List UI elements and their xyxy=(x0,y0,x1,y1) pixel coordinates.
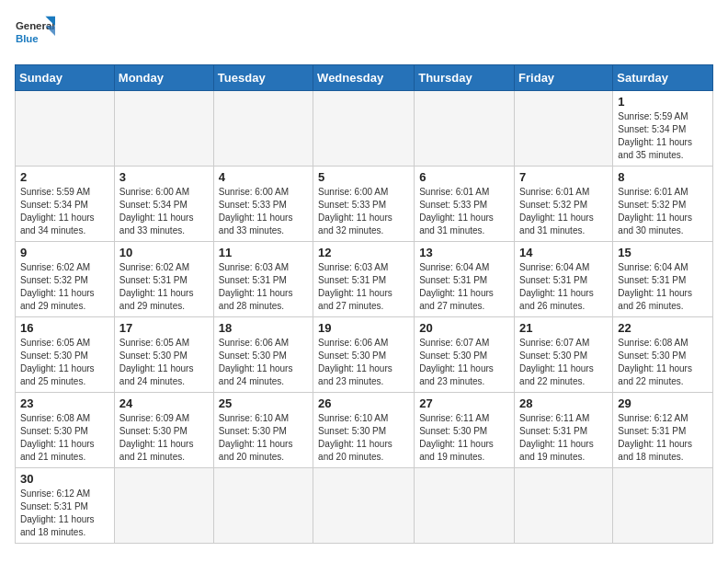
day-info: Sunrise: 6:03 AM Sunset: 5:31 PM Dayligh… xyxy=(318,261,409,313)
calendar-cell: 1Sunrise: 5:59 AM Sunset: 5:34 PM Daylig… xyxy=(613,91,713,167)
calendar-cell: 29Sunrise: 6:12 AM Sunset: 5:31 PM Dayli… xyxy=(613,393,713,468)
day-number: 1 xyxy=(618,95,708,109)
calendar-cell: 3Sunrise: 6:00 AM Sunset: 5:34 PM Daylig… xyxy=(114,167,213,242)
calendar-cell: 6Sunrise: 6:01 AM Sunset: 5:33 PM Daylig… xyxy=(415,167,515,242)
calendar-cell xyxy=(415,91,515,167)
calendar-cell: 20Sunrise: 6:07 AM Sunset: 5:30 PM Dayli… xyxy=(415,317,515,393)
calendar-cell: 26Sunrise: 6:10 AM Sunset: 5:30 PM Dayli… xyxy=(313,393,415,468)
day-number: 7 xyxy=(519,170,608,184)
header-thursday: Thursday xyxy=(415,65,515,91)
logo-svg: General Blue xyxy=(15,15,55,55)
day-info: Sunrise: 6:02 AM Sunset: 5:31 PM Dayligh… xyxy=(119,261,209,313)
day-info: Sunrise: 6:11 AM Sunset: 5:31 PM Dayligh… xyxy=(519,412,608,464)
day-number: 2 xyxy=(20,170,109,184)
day-info: Sunrise: 6:00 AM Sunset: 5:33 PM Dayligh… xyxy=(318,186,409,237)
svg-text:General: General xyxy=(16,20,55,31)
day-info: Sunrise: 6:04 AM Sunset: 5:31 PM Dayligh… xyxy=(618,261,708,313)
day-info: Sunrise: 6:06 AM Sunset: 5:30 PM Dayligh… xyxy=(219,337,308,388)
day-info: Sunrise: 6:01 AM Sunset: 5:33 PM Dayligh… xyxy=(419,186,509,237)
day-info: Sunrise: 6:02 AM Sunset: 5:32 PM Dayligh… xyxy=(20,261,109,313)
calendar-week-4: 23Sunrise: 6:08 AM Sunset: 5:30 PM Dayli… xyxy=(16,393,713,468)
calendar-cell xyxy=(213,91,313,167)
day-number: 10 xyxy=(119,246,209,259)
calendar-cell: 5Sunrise: 6:00 AM Sunset: 5:33 PM Daylig… xyxy=(313,167,415,242)
day-number: 30 xyxy=(20,472,109,486)
calendar-cell: 12Sunrise: 6:03 AM Sunset: 5:31 PM Dayli… xyxy=(313,242,415,317)
day-info: Sunrise: 6:03 AM Sunset: 5:31 PM Dayligh… xyxy=(219,261,308,313)
calendar-cell: 7Sunrise: 6:01 AM Sunset: 5:32 PM Daylig… xyxy=(515,167,613,242)
day-number: 16 xyxy=(20,321,109,335)
day-number: 26 xyxy=(318,396,409,410)
day-info: Sunrise: 6:07 AM Sunset: 5:30 PM Dayligh… xyxy=(519,337,608,388)
calendar-cell: 17Sunrise: 6:05 AM Sunset: 5:30 PM Dayli… xyxy=(114,317,213,393)
calendar-cell: 21Sunrise: 6:07 AM Sunset: 5:30 PM Dayli… xyxy=(515,317,613,393)
header-row: SundayMondayTuesdayWednesdayThursdayFrid… xyxy=(16,65,713,91)
day-info: Sunrise: 6:01 AM Sunset: 5:32 PM Dayligh… xyxy=(618,186,708,237)
calendar-body: 1Sunrise: 5:59 AM Sunset: 5:34 PM Daylig… xyxy=(16,91,713,544)
day-info: Sunrise: 5:59 AM Sunset: 5:34 PM Dayligh… xyxy=(618,110,708,162)
calendar-cell xyxy=(313,91,415,167)
calendar-cell xyxy=(114,468,213,544)
calendar-week-2: 9Sunrise: 6:02 AM Sunset: 5:32 PM Daylig… xyxy=(16,242,713,317)
calendar-cell: 27Sunrise: 6:11 AM Sunset: 5:30 PM Dayli… xyxy=(415,393,515,468)
header-sunday: Sunday xyxy=(16,65,115,91)
calendar-cell: 15Sunrise: 6:04 AM Sunset: 5:31 PM Dayli… xyxy=(613,242,713,317)
calendar-cell: 24Sunrise: 6:09 AM Sunset: 5:30 PM Dayli… xyxy=(114,393,213,468)
day-info: Sunrise: 6:00 AM Sunset: 5:34 PM Dayligh… xyxy=(119,186,209,237)
header-saturday: Saturday xyxy=(613,65,713,91)
day-number: 29 xyxy=(618,396,708,410)
day-number: 19 xyxy=(318,321,409,335)
day-number: 24 xyxy=(119,396,209,410)
calendar-cell: 9Sunrise: 6:02 AM Sunset: 5:32 PM Daylig… xyxy=(16,242,115,317)
calendar-cell: 19Sunrise: 6:06 AM Sunset: 5:30 PM Dayli… xyxy=(313,317,415,393)
calendar-header: SundayMondayTuesdayWednesdayThursdayFrid… xyxy=(16,65,713,91)
day-info: Sunrise: 6:04 AM Sunset: 5:31 PM Dayligh… xyxy=(419,261,509,313)
calendar-cell: 8Sunrise: 6:01 AM Sunset: 5:32 PM Daylig… xyxy=(613,167,713,242)
day-number: 4 xyxy=(219,170,308,184)
day-info: Sunrise: 6:10 AM Sunset: 5:30 PM Dayligh… xyxy=(219,412,308,464)
day-number: 14 xyxy=(519,246,608,259)
calendar-cell xyxy=(415,468,515,544)
calendar-cell xyxy=(213,468,313,544)
header-friday: Friday xyxy=(515,65,613,91)
page-header: General Blue xyxy=(15,15,713,55)
calendar-week-1: 2Sunrise: 5:59 AM Sunset: 5:34 PM Daylig… xyxy=(16,167,713,242)
day-number: 22 xyxy=(618,321,708,335)
day-number: 6 xyxy=(419,170,509,184)
day-info: Sunrise: 6:01 AM Sunset: 5:32 PM Dayligh… xyxy=(519,186,608,237)
day-number: 9 xyxy=(20,246,109,259)
day-number: 25 xyxy=(219,396,308,410)
day-number: 12 xyxy=(318,246,409,259)
header-tuesday: Tuesday xyxy=(213,65,313,91)
calendar-table: SundayMondayTuesdayWednesdayThursdayFrid… xyxy=(15,64,713,544)
day-number: 20 xyxy=(419,321,509,335)
day-info: Sunrise: 6:08 AM Sunset: 5:30 PM Dayligh… xyxy=(20,412,109,464)
day-info: Sunrise: 6:11 AM Sunset: 5:30 PM Dayligh… xyxy=(419,412,509,464)
logo: General Blue xyxy=(15,15,55,55)
calendar-cell xyxy=(613,468,713,544)
calendar-cell: 14Sunrise: 6:04 AM Sunset: 5:31 PM Dayli… xyxy=(515,242,613,317)
calendar-cell: 10Sunrise: 6:02 AM Sunset: 5:31 PM Dayli… xyxy=(114,242,213,317)
day-info: Sunrise: 6:04 AM Sunset: 5:31 PM Dayligh… xyxy=(519,261,608,313)
calendar-cell: 25Sunrise: 6:10 AM Sunset: 5:30 PM Dayli… xyxy=(213,393,313,468)
calendar-cell xyxy=(16,91,115,167)
day-info: Sunrise: 6:08 AM Sunset: 5:30 PM Dayligh… xyxy=(618,337,708,388)
day-info: Sunrise: 6:12 AM Sunset: 5:31 PM Dayligh… xyxy=(618,412,708,464)
day-info: Sunrise: 6:09 AM Sunset: 5:30 PM Dayligh… xyxy=(119,412,209,464)
calendar-cell: 11Sunrise: 6:03 AM Sunset: 5:31 PM Dayli… xyxy=(213,242,313,317)
day-number: 28 xyxy=(519,396,608,410)
day-number: 17 xyxy=(119,321,209,335)
day-info: Sunrise: 6:05 AM Sunset: 5:30 PM Dayligh… xyxy=(20,337,109,388)
calendar-cell: 2Sunrise: 5:59 AM Sunset: 5:34 PM Daylig… xyxy=(16,167,115,242)
header-monday: Monday xyxy=(114,65,213,91)
day-info: Sunrise: 6:07 AM Sunset: 5:30 PM Dayligh… xyxy=(419,337,509,388)
day-number: 23 xyxy=(20,396,109,410)
day-number: 21 xyxy=(519,321,608,335)
calendar-cell: 30Sunrise: 6:12 AM Sunset: 5:31 PM Dayli… xyxy=(16,468,115,544)
svg-text:Blue: Blue xyxy=(16,33,39,44)
day-number: 27 xyxy=(419,396,509,410)
day-number: 18 xyxy=(219,321,308,335)
calendar-cell: 18Sunrise: 6:06 AM Sunset: 5:30 PM Dayli… xyxy=(213,317,313,393)
calendar-cell: 4Sunrise: 6:00 AM Sunset: 5:33 PM Daylig… xyxy=(213,167,313,242)
day-info: Sunrise: 6:12 AM Sunset: 5:31 PM Dayligh… xyxy=(20,488,109,539)
